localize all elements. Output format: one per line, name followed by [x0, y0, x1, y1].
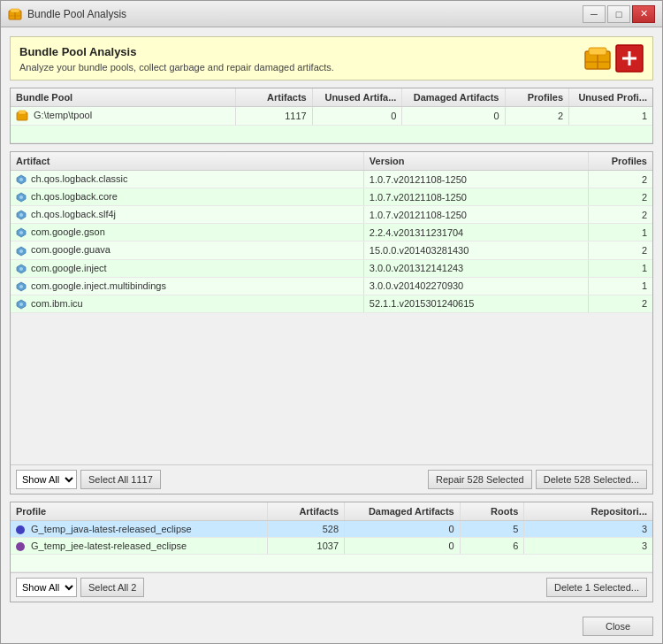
artifact-row-5[interactable]: com.google.inject 3.0.0.v201312141243 1 — [11, 259, 652, 277]
svg-point-18 — [19, 213, 23, 217]
svg-rect-12 — [19, 111, 26, 114]
col-damaged-artifacts: Damaged Artifacts — [402, 88, 505, 107]
minimize-button[interactable]: ─ — [583, 5, 606, 23]
close-button[interactable]: Close — [583, 617, 653, 636]
bundle-pool-icon — [583, 44, 612, 73]
profile-icon-1 — [16, 525, 25, 534]
artifact-name-3: com.google.gson — [11, 224, 363, 242]
artifact-icon-5 — [16, 264, 27, 274]
delete-selected-button[interactable]: Delete 528 Selected... — [536, 470, 647, 489]
artifact-version-0: 1.0.7.v20121108-1250 — [363, 171, 588, 188]
prof1-damaged: 0 — [345, 520, 461, 537]
artifacts-header-table: Artifact Version Profiles — [11, 152, 652, 171]
artifacts-section: Artifact Version Profiles — [10, 151, 653, 494]
maximize-button[interactable]: □ — [607, 5, 630, 23]
header-text: Bundle Pool Analysis Analyze your bundle… — [19, 45, 334, 73]
col-profiles: Profiles — [505, 88, 569, 107]
col-bundle-pool: Bundle Pool — [11, 88, 235, 107]
artifact-row-1[interactable]: ch.qos.logback.core 1.0.7.v20121108-1250… — [11, 188, 652, 206]
delete-1-selected-button[interactable]: Delete 1 Selected... — [546, 578, 647, 597]
bp-artifacts: 1117 — [235, 107, 312, 126]
select-all-1117-button[interactable]: Select All 1117 — [80, 470, 161, 489]
select-all-2-button[interactable]: Select All 2 — [80, 578, 144, 597]
pool-icon — [16, 110, 28, 122]
artifact-profiles-7: 2 — [588, 295, 652, 312]
svg-point-16 — [19, 196, 23, 199]
svg-point-20 — [19, 231, 23, 234]
main-window: Bundle Pool Analysis ─ □ ✕ Bundle Pool A… — [0, 0, 663, 644]
artifact-name-0: ch.qos.logback.classic — [11, 171, 363, 188]
bundle-pool-row[interactable]: G:\temp\tpool 1117 0 0 2 1 — [11, 107, 652, 126]
artifacts-toolbar-right: Repair 528 Selected Delete 528 Selected.… — [428, 470, 647, 489]
artifact-version-5: 3.0.0.v201312141243 — [363, 259, 588, 277]
close-window-button[interactable]: ✕ — [632, 5, 655, 23]
titlebar-left: Bundle Pool Analysis — [8, 7, 126, 21]
bundle-pool-section: Bundle Pool Artifacts Unused Artifa... D… — [10, 88, 653, 144]
profiles-section: Profile Artifacts Damaged Artifacts Root… — [10, 502, 653, 602]
profile-icon-2 — [16, 542, 25, 551]
artifact-version-7: 52.1.1.v2015301240615 — [363, 295, 588, 312]
titlebar-buttons: ─ □ ✕ — [583, 5, 655, 23]
artifact-icon-4 — [16, 246, 27, 257]
artifact-name-2: ch.qos.logback.slf4j — [11, 206, 363, 224]
artifact-row-3[interactable]: com.google.gson 2.2.4.v201311231704 1 — [11, 224, 652, 242]
repair-selected-button[interactable]: Repair 528 Selected — [428, 470, 532, 489]
artifact-row-6[interactable]: com.google.inject.multibindings 3.0.0.v2… — [11, 277, 652, 295]
artifact-icon-1 — [16, 192, 27, 203]
artifact-row-4[interactable]: com.google.guava 15.0.0.v201403281430 2 — [11, 242, 652, 259]
artifact-name-4: com.google.guava — [11, 242, 363, 259]
artifacts-toolbar-left: Show All Select All 1117 — [16, 470, 161, 489]
prof2-artifacts: 1037 — [267, 537, 344, 554]
col-artifact: Artifact — [11, 152, 363, 171]
header-section: Bundle Pool Analysis Analyze your bundle… — [10, 36, 653, 80]
bp-unused-profiles: 1 — [569, 107, 652, 126]
profiles-empty-row — [11, 555, 652, 572]
artifact-name-5: com.google.inject — [11, 259, 363, 277]
profile-name-2: G_temp_jee-latest-released_eclipse — [11, 537, 267, 554]
header-icons — [583, 44, 644, 73]
repair-icon — [615, 44, 644, 73]
profiles-table: Profile Artifacts Damaged Artifacts Root… — [11, 502, 652, 572]
artifacts-toolbar: Show All Select All 1117 Repair 528 Sele… — [11, 464, 652, 494]
col-unused-artifacts: Unused Artifa... — [312, 88, 402, 107]
artifact-version-3: 2.2.4.v201311231704 — [363, 224, 588, 242]
artifacts-table: ch.qos.logback.classic 1.0.7.v20121108-1… — [11, 171, 652, 313]
bundle-pool-name: G:\temp\tpool — [11, 107, 235, 126]
profiles-show-all-select[interactable]: Show All — [16, 578, 77, 597]
header-description: Analyze your bundle pools, collect garba… — [19, 62, 334, 73]
artifact-version-4: 15.0.0.v201403281430 — [363, 242, 588, 259]
artifact-icon-3 — [16, 227, 27, 238]
col-prof-damaged: Damaged Artifacts — [345, 502, 461, 521]
profile-row-1[interactable]: G_temp_java-latest-released_eclipse 528 … — [11, 520, 652, 537]
window-title: Bundle Pool Analysis — [27, 8, 126, 20]
artifact-row-0[interactable]: ch.qos.logback.classic 1.0.7.v20121108-1… — [11, 171, 652, 188]
footer: Close — [1, 611, 662, 643]
prof1-artifacts: 528 — [267, 520, 344, 537]
artifact-icon-6 — [16, 281, 27, 292]
artifact-profiles-0: 2 — [588, 171, 652, 188]
prof2-roots: 6 — [460, 537, 524, 554]
profile-name-1: G_temp_java-latest-released_eclipse — [11, 520, 267, 537]
col-prof-roots: Roots — [460, 502, 524, 521]
bp-damaged-artifacts: 0 — [402, 107, 505, 126]
svg-point-22 — [19, 249, 23, 253]
col-prof-artifacts: Artifacts — [267, 502, 344, 521]
artifacts-table-scroll[interactable]: ch.qos.logback.classic 1.0.7.v20121108-1… — [11, 171, 652, 464]
svg-point-14 — [19, 178, 23, 181]
artifact-profiles-4: 2 — [588, 242, 652, 259]
artifacts-show-all-select[interactable]: Show All — [16, 470, 77, 489]
artifact-row-7[interactable]: com.ibm.icu 52.1.1.v2015301240615 2 — [11, 295, 652, 312]
svg-rect-5 — [589, 48, 606, 55]
artifact-row-2[interactable]: ch.qos.logback.slf4j 1.0.7.v20121108-125… — [11, 206, 652, 224]
col-prof-repos: Repositori... — [524, 502, 652, 521]
artifact-version-2: 1.0.7.v20121108-1250 — [363, 206, 588, 224]
prof2-repos: 3 — [524, 537, 652, 554]
prof2-damaged: 0 — [345, 537, 461, 554]
col-artifacts: Artifacts — [235, 88, 312, 107]
main-content: Bundle Pool Analysis Analyze your bundle… — [1, 27, 662, 611]
bp-unused-artifacts: 0 — [312, 107, 402, 126]
profile-row-2[interactable]: G_temp_jee-latest-released_eclipse 1037 … — [11, 537, 652, 554]
prof1-roots: 5 — [460, 520, 524, 537]
artifact-name-7: com.ibm.icu — [11, 295, 363, 312]
artifact-profiles-1: 2 — [588, 188, 652, 206]
